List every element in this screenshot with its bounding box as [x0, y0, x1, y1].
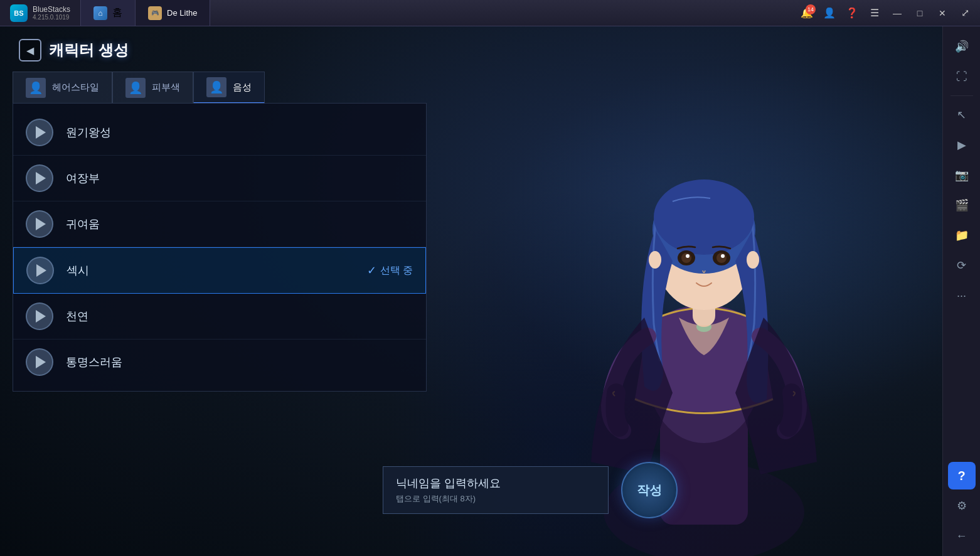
- right-sidebar: 🔊 ⛶ ↖ ▶ 📷 🎬 📁 ⟳ ··· ? ⚙ ←: [942, 26, 980, 556]
- tab-skin-label: 피부색: [152, 82, 180, 94]
- maximize-button[interactable]: □: [910, 3, 930, 23]
- nickname-area: 닉네임을 입력하세요 탭으로 입력(최대 8자) 작성: [383, 462, 678, 518]
- page-title: 캐릭터 생성: [49, 40, 129, 60]
- game-tab-label: De Lithe: [167, 8, 197, 18]
- bluestacks-logo: BS: [10, 4, 28, 22]
- game-icon: 🎮: [148, 6, 162, 20]
- settings-icon[interactable]: ⚙: [948, 492, 976, 520]
- check-icon: ✓: [367, 264, 376, 277]
- svg-point-10: [681, 253, 691, 263]
- voice-item-mature[interactable]: 여장부: [13, 156, 426, 201]
- minimize-button[interactable]: —: [887, 3, 907, 23]
- svg-point-12: [686, 254, 690, 258]
- voice-transparent-label: 통명스러움: [66, 355, 413, 370]
- account-icon[interactable]: 👤: [819, 3, 839, 23]
- play-sexy-icon: [36, 264, 46, 277]
- play-mature-button[interactable]: [26, 164, 53, 192]
- voice-panel: 원기왕성 여장부 귀여움 섹시 ✓: [13, 103, 427, 392]
- play-transparent-icon: [36, 356, 46, 368]
- voice-natural-label: 천연: [66, 309, 413, 324]
- tab-hair-icon: 👤: [26, 78, 46, 98]
- notification-badge: 14: [806, 4, 816, 14]
- play-natural-button[interactable]: [26, 302, 53, 330]
- menu-icon[interactable]: ☰: [865, 3, 885, 23]
- folder-icon[interactable]: 📁: [948, 222, 976, 249]
- tab-hair-label: 헤어스타일: [52, 82, 99, 94]
- voice-item-natural[interactable]: 천연: [13, 294, 426, 339]
- voice-item-cute[interactable]: 귀여움: [13, 201, 426, 247]
- bluestacks-name: BlueStacks: [33, 5, 70, 14]
- title-bar: BS BlueStacks 4.215.0.1019 ⌂ 홈 🎮 De Lith…: [0, 0, 980, 26]
- volume-icon[interactable]: 🔊: [948, 33, 976, 60]
- sidebar-back-icon[interactable]: ←: [948, 522, 976, 550]
- nickname-placeholder: 닉네임을 입력하세요: [396, 476, 595, 491]
- play-cute-icon: [36, 218, 46, 230]
- close-button[interactable]: ✕: [932, 3, 952, 23]
- play-natural-icon: [36, 310, 46, 323]
- svg-point-11: [716, 253, 727, 263]
- voice-item-sexy[interactable]: 섹시 ✓ 선택 중: [13, 247, 426, 294]
- home-icon: ⌂: [93, 6, 107, 20]
- notification-icon[interactable]: 🔔 14: [797, 3, 817, 23]
- tab-voice[interactable]: 👤 음성: [193, 72, 265, 104]
- voice-cute-label: 귀여움: [66, 217, 413, 232]
- game-tab[interactable]: 🎮 De Lithe: [136, 0, 210, 26]
- home-tab-label: 홈: [112, 6, 122, 19]
- bluestacks-tab[interactable]: BS BlueStacks 4.215.0.1019: [0, 0, 81, 26]
- play-sexy-button[interactable]: [26, 257, 54, 284]
- selected-label: 선택 중: [380, 264, 413, 277]
- tab-voice-icon: 👤: [206, 77, 226, 97]
- page-title-area: ◀ 캐릭터 생성: [19, 39, 129, 61]
- svg-point-15: [747, 251, 759, 269]
- tab-skin-icon: 👤: [125, 78, 146, 98]
- tabs-container: 👤 헤어스타일 👤 피부색 👤 음성: [13, 72, 265, 104]
- play-energetic-button[interactable]: [26, 119, 53, 146]
- create-button[interactable]: 작성: [621, 462, 678, 518]
- selected-badge: ✓ 선택 중: [367, 264, 413, 277]
- more-dots-icon[interactable]: ···: [948, 282, 976, 309]
- fullscreen-icon[interactable]: ⛶: [948, 63, 976, 90]
- cursor-icon[interactable]: ↖: [948, 101, 976, 129]
- play-transparent-button[interactable]: [26, 348, 53, 376]
- svg-point-13: [721, 254, 725, 258]
- help-icon[interactable]: ❓: [842, 3, 862, 23]
- svg-point-7: [654, 179, 754, 255]
- play-energetic-icon: [36, 126, 46, 139]
- video-icon[interactable]: 🎬: [948, 191, 976, 219]
- game-content: ◀ 캐릭터 생성 👤 헤어스타일 👤 피부색 👤 음성: [0, 26, 942, 556]
- tab-voice-label: 음성: [233, 82, 252, 94]
- voice-mature-label: 여장부: [66, 171, 413, 186]
- home-tab[interactable]: ⌂ 홈: [81, 0, 136, 26]
- play-cute-button[interactable]: [26, 210, 53, 238]
- nickname-box: 닉네임을 입력하세요 탭으로 입력(최대 8자): [383, 466, 609, 514]
- media-playback-icon[interactable]: ▶: [948, 131, 976, 159]
- back-button[interactable]: ◀: [19, 39, 41, 61]
- sync-icon[interactable]: ⟳: [948, 252, 976, 279]
- svg-point-14: [649, 251, 661, 269]
- tab-hair[interactable]: 👤 헤어스타일: [13, 72, 112, 104]
- tab-skin[interactable]: 👤 피부색: [112, 72, 193, 104]
- bluestacks-version: 4.215.0.1019: [33, 14, 70, 21]
- voice-item-energetic[interactable]: 원기왕성: [13, 110, 426, 156]
- voice-energetic-label: 원기왕성: [66, 125, 413, 140]
- main-area: ◀ 캐릭터 생성 👤 헤어스타일 👤 피부색 👤 음성: [0, 26, 980, 556]
- expand-icon[interactable]: ⤢: [955, 3, 975, 23]
- voice-sexy-label: 섹시: [67, 263, 354, 278]
- camera-icon[interactable]: 📷: [948, 161, 976, 189]
- question-icon[interactable]: ?: [948, 462, 976, 489]
- voice-item-transparent[interactable]: 통명스러움: [13, 339, 426, 385]
- play-mature-icon: [36, 172, 46, 184]
- sidebar-divider-1: [951, 95, 973, 96]
- nickname-hint: 탭으로 입력(최대 8자): [396, 493, 595, 505]
